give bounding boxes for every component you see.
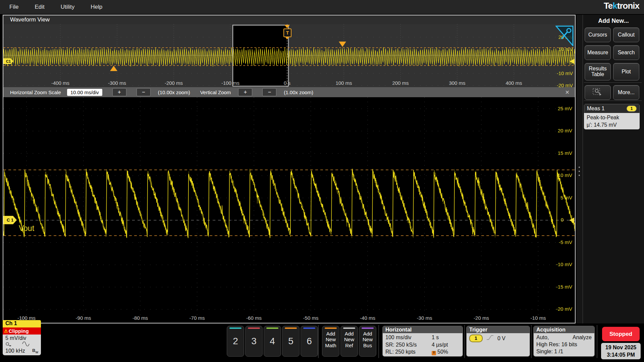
main-voltage-label: 10 mV [558, 172, 572, 178]
add-new-bus-button[interactable]: AddNewBus [359, 326, 376, 357]
acquisition-panel[interactable]: Acquisition Auto, Analyze High Res: 16 b… [533, 326, 595, 357]
channel-6-button[interactable]: 6 [301, 326, 318, 357]
main-waveform [3, 169, 575, 238]
zoom-window-box[interactable] [233, 25, 288, 86]
overview-time-label: -100 ms [221, 80, 239, 86]
main-time-label: -40 ms [360, 315, 375, 321]
overview-time-label: 200 ms [392, 80, 409, 86]
main-time-label: -60 ms [246, 315, 262, 321]
main-time-label: -90 ms [76, 315, 91, 321]
main-time-label: -70 ms [190, 315, 205, 321]
menu-item-edit[interactable]: Edit [35, 4, 44, 10]
h-zoom-label: Horizontal Zoom Scale [10, 89, 61, 95]
sidebar-callout-button[interactable]: Callout [613, 27, 639, 42]
run-stop-button[interactable]: Stopped [602, 327, 640, 341]
channel-4-button[interactable]: 4 [264, 326, 281, 357]
marker-down-triangle-icon[interactable] [339, 42, 346, 47]
horizontal-scale: 100 ms/div [385, 334, 432, 341]
main-waveform [3, 169, 575, 238]
menu-item-help[interactable]: Help [91, 4, 102, 10]
rising-edge-icon [486, 335, 494, 342]
main-time-label: -10 ms [531, 315, 546, 321]
zoom-select-icon [593, 87, 603, 98]
main-time-label: -50 ms [303, 315, 319, 321]
main-voltage-label: 5 mV [560, 195, 572, 200]
main-waveform [3, 169, 575, 238]
meas1-badge[interactable]: Meas 1 1 Peak-to-Peak µ': 14.75 mV [584, 104, 640, 129]
channel-2-button[interactable]: 2 [227, 326, 244, 357]
channel-3-button[interactable]: 3 [245, 326, 263, 357]
h-zoom-minus-button[interactable]: − [137, 88, 151, 96]
overview-strip[interactable]: -400 ms-300 ms-200 ms-100 ms0 s100 ms200… [3, 24, 575, 87]
sidebar-more-button[interactable]: More... [613, 85, 639, 100]
meas1-value: µ': 14.75 mV [587, 121, 637, 129]
acquisition-mode: Auto, [536, 334, 549, 341]
probe-icon [5, 341, 12, 348]
waveform-view-title: Waveform View [3, 15, 575, 24]
acquisition-single: Single: 1 /1 [536, 348, 592, 355]
clipping-warning: ⚠ Clipping [3, 327, 41, 335]
channel-number: 2 [227, 326, 244, 356]
button-color-stripe [343, 327, 355, 329]
horizontal-position: T50% [432, 348, 460, 356]
sidebar-divider [584, 101, 642, 101]
sidebar-plot-button[interactable]: Plot [613, 63, 639, 80]
button-label: AddNewBus [359, 331, 376, 348]
sidebar-measure-button[interactable]: Measure [585, 45, 611, 60]
v-zoom-plus-button[interactable]: + [238, 88, 252, 96]
button-label: AddNewMath [322, 331, 339, 348]
add-new-math-button[interactable]: AddNewMath [322, 326, 339, 357]
menu-bar: FileEditUtilityHelp [0, 0, 644, 14]
record-length: RL: 250 kpts [385, 348, 432, 356]
date: 19 Nov 2025 [605, 344, 637, 351]
channel-5-button[interactable]: 5 [282, 326, 300, 357]
button-label: AddNewRef [341, 331, 358, 348]
channel-number: 4 [264, 326, 281, 356]
tektronix-logo: Tektronix [604, 1, 639, 11]
main-waveform-view[interactable]: 25 mV20 mV15 mV10 mV5 mV0-5 mV-10 mV-15 … [3, 97, 575, 323]
marker-up-triangle-icon[interactable] [110, 66, 117, 71]
trigger-level: 0 V [497, 335, 505, 342]
zoom-scale-bar: Horizontal Zoom Scale 10.00 ms/div + − (… [3, 87, 575, 97]
v-zoom-minus-button[interactable]: − [262, 88, 276, 96]
meas1-title: Meas 1 [587, 106, 604, 112]
overview-voltage-label: -20 mV [557, 82, 573, 87]
main-level-arrow[interactable] [569, 218, 574, 223]
splitter-dot [579, 171, 580, 172]
ac-coupling-icon [22, 342, 30, 348]
overview-waveform [3, 47, 575, 67]
zoom-overview-icon[interactable] [555, 25, 574, 48]
overview-time-label: 300 ms [449, 80, 465, 86]
add-new-ref-button[interactable]: AddNewRef [340, 326, 358, 357]
horizontal-panel[interactable]: Horizontal 100 ms/div 1 s SR: 250 kS/s 4… [382, 326, 463, 357]
h-zoom-plus-button[interactable]: + [112, 88, 126, 96]
waveform-display: Waveform View -400 ms-300 ms-200 ms-100 … [3, 15, 576, 323]
sidebar-cursors-button[interactable]: Cursors [585, 27, 611, 42]
h-zoom-value[interactable]: 10.00 ms/div [67, 89, 102, 96]
menu-item-file[interactable]: File [9, 4, 18, 10]
overview-time-label: -300 ms [108, 80, 126, 86]
menu-item-utility[interactable]: Utility [61, 4, 75, 10]
overview-voltage-label: -10 mV [557, 70, 573, 76]
main-voltage-label: -20 mV [556, 306, 572, 312]
channel-1-badge[interactable]: Ch 1 ⚠ Clipping 5 mV/div 100 kHz BW [3, 320, 41, 355]
zoom-close-icon[interactable]: ✕ [565, 89, 570, 96]
sample-interval: 4 µs/pt [432, 341, 460, 349]
sample-rate: SR: 250 kS/s [385, 341, 432, 349]
channel-1-label: Ch 1 [3, 320, 41, 327]
overview-level-arrow[interactable] [570, 59, 575, 64]
overview-time-label: -200 ms [165, 80, 183, 86]
add-new-title: Add New... [583, 17, 644, 24]
view-splitter[interactable] [576, 15, 583, 323]
channel-number: 3 [246, 326, 262, 356]
waveform-label-vout: Vout [19, 224, 34, 233]
sidebar-search-button[interactable]: Search [613, 45, 639, 60]
main-time-label: -80 ms [132, 315, 148, 321]
trigger-panel[interactable]: Trigger 1 0 V [466, 326, 530, 357]
sidebar-results-table-button[interactable]: Results Table [585, 63, 611, 80]
trigger-marker-arrow-icon [284, 25, 290, 28]
v-zoom-label: Vertical Zoom [200, 89, 231, 95]
main-voltage-label: 25 mV [558, 106, 572, 111]
bandwidth-limit-icon: BW [32, 348, 38, 354]
sidebar-zoom-select-button[interactable] [585, 85, 611, 100]
